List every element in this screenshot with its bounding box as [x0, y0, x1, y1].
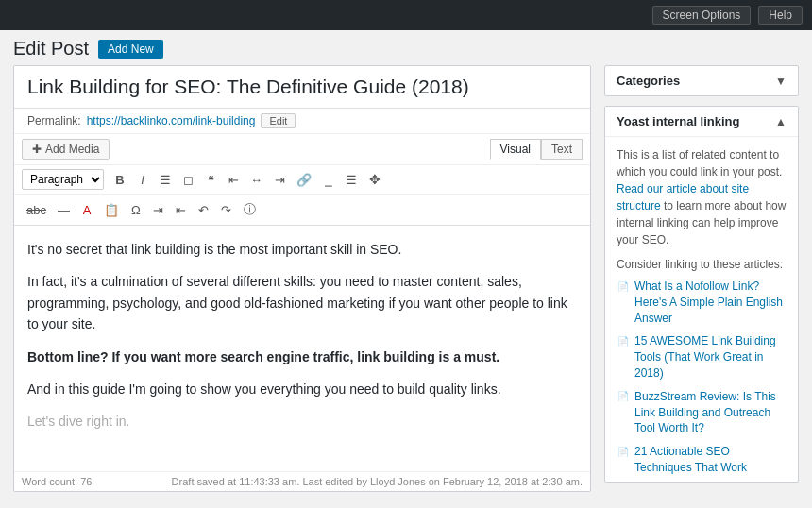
word-count: Word count: 76	[22, 476, 92, 487]
dash-button[interactable]: —	[53, 200, 75, 220]
yoast-link-item: 📄15 AWESOME Link Building Tools (That Wo…	[617, 333, 787, 381]
yoast-link-icon: 📄	[617, 390, 630, 403]
align-right-button[interactable]: ⇥	[269, 170, 290, 190]
undo-button[interactable]: ↶	[194, 200, 214, 220]
align-left-button[interactable]: ⇤	[223, 170, 244, 190]
blockquote-button[interactable]: ❝	[200, 170, 221, 190]
yoast-box: Yoast internal linking ▲ This is a list …	[604, 106, 799, 483]
content-para3: Bottom line? If you want more search eng…	[27, 347, 577, 367]
top-bar: Screen Options Help	[0, 0, 812, 30]
editor-footer: Word count: 76 Draft saved at 11:43:33 a…	[14, 471, 590, 491]
categories-box: Categories ▼	[604, 65, 799, 96]
ordered-list-button[interactable]: ◻	[178, 170, 198, 190]
content-para5: Let's dive right in.	[27, 411, 577, 432]
special-char-button[interactable]: Ω	[126, 200, 146, 220]
permalink-link[interactable]: https://backlinko.com/link-building	[87, 114, 256, 127]
text-tab[interactable]: Text	[541, 139, 583, 160]
screen-options-button[interactable]: Screen Options	[652, 6, 752, 25]
yoast-title: Yoast internal linking	[617, 114, 740, 128]
unordered-list-button[interactable]: ☰	[155, 170, 176, 190]
outdent-button[interactable]: ⇤	[171, 200, 192, 220]
yoast-link-icon: 📄	[617, 279, 630, 293]
link-button[interactable]: 🔗	[292, 170, 316, 190]
content-para1: It's no secret that link building is the…	[27, 239, 577, 260]
italic-button[interactable]: I	[132, 170, 153, 190]
visual-tab[interactable]: Visual	[490, 139, 541, 160]
yoast-link-3[interactable]: BuzzStream Review: Is This Link Building…	[634, 389, 787, 436]
content-para4: And in this guide I'm going to show you …	[27, 379, 577, 399]
yoast-header[interactable]: Yoast internal linking ▲	[605, 107, 798, 137]
yoast-link-icon: 📄	[617, 445, 630, 458]
bold-button[interactable]: B	[110, 170, 130, 190]
permalink-bar: Permalink: https://backlinko.com/link-bu…	[14, 109, 590, 134]
main-layout: Permalink: https://backlinko.com/link-bu…	[0, 65, 812, 501]
editor-toolbar: ✚ Add Media Visual Text Paragraph B I ☰ …	[14, 134, 590, 226]
draft-saved: Draft saved at 11:43:33 am. Last edited …	[172, 476, 583, 487]
strikethrough-button[interactable]: abc	[22, 200, 51, 220]
add-new-button[interactable]: Add New	[98, 40, 163, 59]
help-button[interactable]: Help	[758, 6, 803, 25]
yoast-content: This is a list of related content to whi…	[605, 137, 798, 477]
editor-area: Permalink: https://backlinko.com/link-bu…	[13, 65, 591, 492]
yoast-intro-text: This is a list of related content to whi…	[617, 148, 782, 178]
yoast-link-4[interactable]: 21 Actionable SEO Techniques That Work G…	[634, 444, 787, 477]
fullscreen-button[interactable]: ✥	[369, 172, 381, 187]
yoast-link-1[interactable]: What Is a Nofollow Link? Here's A Simple…	[634, 279, 787, 326]
add-media-button[interactable]: ✚ Add Media	[22, 139, 110, 160]
yoast-link-item: 📄What Is a Nofollow Link? Here's A Simpl…	[617, 279, 787, 326]
content-para2: In fact, it's a culmination of several d…	[27, 271, 577, 334]
categories-label: Categories	[617, 74, 680, 88]
page-header: Edit Post Add New	[0, 30, 812, 65]
add-icon: ✚	[32, 143, 42, 156]
help-toolbar-button[interactable]: ⓘ	[239, 198, 261, 221]
yoast-links-container: 📄What Is a Nofollow Link? Here's A Simpl…	[617, 279, 787, 477]
yoast-link-icon: 📄	[617, 334, 630, 347]
page-title: Edit Post	[13, 38, 89, 59]
permalink-edit-button[interactable]: Edit	[261, 113, 296, 128]
indent-button[interactable]: ⇥	[148, 200, 169, 220]
yoast-toggle-icon: ▲	[775, 115, 787, 128]
editor-content[interactable]: It's no secret that link building is the…	[14, 226, 590, 471]
permalink-label: Permalink:	[27, 114, 81, 127]
post-title-input[interactable]	[14, 66, 590, 109]
yoast-link-item: 📄21 Actionable SEO Techniques That Work …	[617, 444, 787, 477]
read-more-button[interactable]: ⎯	[318, 170, 339, 190]
align-center-button[interactable]: ↔	[245, 170, 267, 190]
yoast-consider-text: Consider linking to these articles:	[617, 256, 787, 273]
toolbar-toggle-button[interactable]: ☰	[341, 170, 362, 190]
yoast-link-2[interactable]: 15 AWESOME Link Building Tools (That Wor…	[634, 333, 787, 381]
categories-header[interactable]: Categories ▼	[605, 66, 798, 95]
redo-button[interactable]: ↷	[216, 200, 237, 220]
toolbar-row-2: abc — A 📋 Ω ⇥ ⇤ ↶ ↷ ⓘ	[14, 195, 590, 225]
sidebar: Categories ▼ Yoast internal linking ▲ Th…	[604, 65, 799, 492]
add-media-bar: ✚ Add Media Visual Text	[14, 134, 590, 165]
paste-button[interactable]: 📋	[99, 200, 124, 220]
toolbar-row-1: Paragraph B I ☰ ◻ ❝ ⇤ ↔ ⇥ 🔗 ⎯ ☰ ✥	[14, 165, 590, 195]
format-select[interactable]: Paragraph	[22, 169, 104, 190]
yoast-link-item: 📄BuzzStream Review: Is This Link Buildin…	[617, 389, 787, 436]
font-color-button[interactable]: A	[76, 200, 97, 220]
categories-toggle-icon: ▼	[775, 75, 787, 88]
